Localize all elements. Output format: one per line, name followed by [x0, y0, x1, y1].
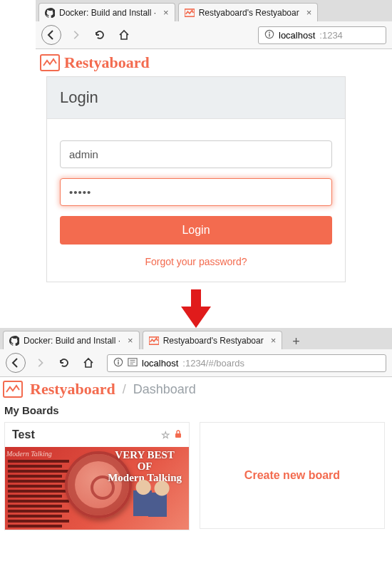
breadcrumb-sep: /: [123, 382, 126, 397]
tab-label: Docker: Build and Install ·: [24, 336, 120, 346]
login-button[interactable]: Login: [60, 216, 332, 245]
url-bar[interactable]: localhost:1234/#/boards: [107, 354, 386, 372]
home-button[interactable]: [78, 353, 98, 373]
tab-restya[interactable]: Restyaboard's Restyaboar ×: [178, 3, 319, 21]
close-tab-icon[interactable]: ×: [306, 7, 312, 18]
forgot-password-link[interactable]: Forgot your password?: [60, 256, 332, 267]
password-input[interactable]: [60, 178, 332, 206]
lock-icon: [175, 430, 182, 441]
breadcrumb-current[interactable]: Dashboard: [133, 382, 196, 397]
svg-rect-3: [269, 34, 269, 36]
tab-restya[interactable]: Restyaboard's Restyaboar ×: [143, 331, 283, 349]
github-icon: [9, 336, 19, 346]
github-icon: [45, 8, 55, 18]
url-host: localhost: [142, 358, 178, 369]
reload-button[interactable]: [90, 25, 110, 45]
forward-button[interactable]: [66, 25, 86, 45]
new-tab-button[interactable]: +: [285, 334, 307, 349]
thumb-text-left: Modern Talking: [6, 450, 52, 458]
username-input[interactable]: [60, 140, 332, 168]
transition-arrow-icon: [0, 289, 392, 328]
login-panel: Login Login Forgot your password?: [46, 76, 346, 282]
info-icon: [264, 29, 274, 41]
board-card[interactable]: Test ☆ Modern Talking VERY BEST OF Moder…: [4, 422, 190, 530]
board-thumbnail: Modern Talking VERY BEST OF Modern Talki…: [5, 447, 189, 530]
tab-label: Restyaboard's Restyaboar: [163, 336, 264, 346]
star-icon[interactable]: ☆: [161, 429, 170, 441]
svg-point-6: [118, 359, 119, 361]
section-title: My Boards: [0, 400, 392, 422]
reader-icon: [128, 357, 138, 369]
close-tab-icon[interactable]: ×: [271, 335, 277, 346]
restya-icon: [185, 8, 195, 18]
url-bar[interactable]: localhost:1234: [258, 26, 386, 44]
login-title: Login: [47, 77, 345, 119]
close-tab-icon[interactable]: ×: [128, 335, 133, 346]
url-host: localhost: [279, 30, 315, 41]
tab-docker[interactable]: Docker: Build and Install · ×: [3, 331, 140, 349]
forward-button[interactable]: [30, 353, 50, 373]
url-port: :1234: [319, 30, 343, 41]
brand-name[interactable]: Restyaboard: [64, 53, 150, 72]
svg-point-2: [269, 31, 270, 33]
close-tab-icon[interactable]: ×: [163, 7, 169, 18]
tab-label: Docker: Build and Install ·: [59, 8, 156, 18]
home-button[interactable]: [114, 25, 134, 45]
back-button[interactable]: [6, 353, 26, 373]
restya-icon: [149, 336, 159, 346]
info-icon: [113, 357, 123, 369]
svg-rect-7: [118, 361, 118, 364]
create-board-card[interactable]: Create new board: [200, 422, 385, 529]
brand-logo-icon: [3, 381, 23, 398]
tab-label: Restyaboard's Restyaboar: [199, 8, 299, 18]
board-title: Test: [12, 428, 35, 441]
back-button[interactable]: [41, 25, 61, 45]
brand-name[interactable]: Restyaboard: [30, 380, 115, 398]
brand-logo-icon: [40, 54, 60, 71]
create-board-label: Create new board: [244, 469, 340, 482]
url-rest: :1234/#/boards: [182, 358, 244, 369]
svg-rect-12: [175, 433, 181, 438]
reload-button[interactable]: [54, 353, 74, 373]
tab-docker[interactable]: Docker: Build and Install · ×: [38, 3, 175, 21]
